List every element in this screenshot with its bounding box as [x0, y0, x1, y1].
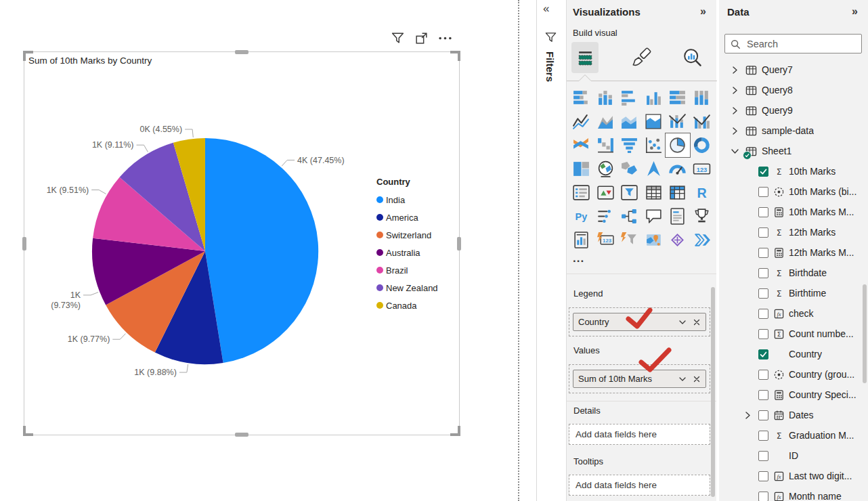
resize-handle-bottom-right[interactable] — [450, 426, 460, 436]
visual-type-stacked-bar-chart[interactable] — [569, 86, 594, 110]
visual-type-slicer[interactable] — [617, 181, 642, 204]
visual-type-metrics[interactable] — [690, 204, 714, 228]
field-row-birthtime[interactable]: ΣBirthtime — [719, 283, 868, 303]
field-checkbox[interactable] — [758, 248, 768, 258]
field-row-dates[interactable]: Dates — [719, 405, 868, 425]
field-row-10th-marks-bi-[interactable]: 10th Marks (bi... — [719, 181, 868, 202]
visual-type-funnel-chart[interactable] — [617, 133, 642, 157]
chevron-right-icon[interactable] — [743, 410, 753, 420]
field-checkbox[interactable] — [758, 390, 768, 400]
resize-handle-bottom-left[interactable] — [23, 426, 33, 436]
visual-type-smart-narrative[interactable] — [666, 204, 690, 228]
legend-item-Switzerland[interactable]: Switzerland — [376, 226, 459, 244]
field-row-10th-marks[interactable]: Σ10th Marks — [719, 161, 868, 181]
table-row-sheet1[interactable]: Sheet1 — [719, 141, 868, 161]
chevron-down-icon[interactable] — [678, 318, 687, 326]
field-checkbox[interactable] — [758, 268, 768, 278]
pie-slice-India[interactable] — [205, 138, 318, 363]
table-row-query7[interactable]: Query7 — [719, 60, 868, 80]
field-checkbox[interactable] — [758, 187, 768, 197]
values-well[interactable]: Sum of 10th Marks — [569, 364, 710, 393]
get-more-visuals-button[interactable]: ... — [573, 252, 584, 265]
visual-type-key-influencers[interactable] — [594, 204, 618, 228]
field-checkbox[interactable] — [758, 207, 768, 217]
field-checkbox[interactable] — [758, 471, 768, 481]
visual-type-custom-visual-diamond[interactable] — [666, 228, 690, 252]
field-row-country-speci-[interactable]: Country Speci... — [719, 385, 868, 405]
field-checkbox[interactable] — [758, 309, 768, 319]
visual-type-card[interactable]: 123 — [690, 157, 714, 181]
chevron-down-icon[interactable] — [730, 146, 740, 156]
field-row-10th-marks-m-[interactable]: 10th Marks M... — [719, 202, 868, 222]
visual-type-line-chart[interactable] — [569, 110, 594, 133]
more-options-icon[interactable] — [438, 31, 452, 45]
report-canvas[interactable]: Sum of 10th Marks by Country 4K (47.45%)… — [0, 0, 518, 501]
visual-type-clustered-bar-chart[interactable] — [617, 86, 642, 110]
visual-type-power-apps[interactable]: 123 — [594, 228, 618, 252]
field-row-12th-marks[interactable]: Σ12th Marks — [719, 222, 868, 242]
resize-handle-top-left[interactable] — [23, 51, 33, 61]
filters-pane-collapsed[interactable]: « Filters — [536, 0, 567, 501]
data-scrollbar[interactable] — [863, 284, 867, 383]
field-checkbox[interactable] — [758, 227, 768, 238]
visual-type-100-stacked-column-chart[interactable] — [690, 86, 714, 110]
visual-type-area-chart[interactable] — [594, 110, 618, 133]
visual-type-pie-chart[interactable] — [666, 133, 690, 157]
resize-handle-right[interactable] — [457, 237, 461, 250]
legend-item-Australia[interactable]: Australia — [376, 244, 459, 261]
chevron-down-icon[interactable] — [678, 375, 687, 383]
visual-type-arcgis-map[interactable] — [642, 228, 666, 252]
collapse-data-icon[interactable]: » — [852, 5, 858, 18]
table-row-sample-data[interactable]: sample-data — [719, 121, 868, 141]
field-checkbox[interactable] — [758, 431, 768, 441]
visual-type-power-automate[interactable] — [617, 228, 642, 252]
visual-type-stacked-area-chart[interactable] — [617, 110, 642, 133]
field-row-check[interactable]: fxcheck — [719, 303, 868, 324]
visual-type-ribbon-chart[interactable] — [569, 133, 594, 157]
visual-type-100-stacked-area-chart[interactable] — [642, 110, 666, 133]
values-field-pill[interactable]: Sum of 10th Marks — [573, 370, 706, 388]
visual-type-multi-row-card[interactable] — [569, 181, 594, 204]
field-checkbox[interactable] — [758, 410, 768, 420]
visual-type-scatter-chart[interactable] — [642, 133, 666, 157]
field-checkbox[interactable] — [758, 370, 768, 380]
tab-analytics[interactable] — [682, 47, 703, 68]
chevron-right-icon[interactable] — [730, 85, 740, 95]
remove-field-icon[interactable] — [693, 375, 701, 383]
search-box[interactable] — [724, 34, 862, 53]
resize-handle-top[interactable] — [235, 50, 248, 54]
visual-type-decomposition-tree[interactable] — [617, 204, 642, 228]
visual-type-matrix[interactable] — [666, 181, 690, 204]
visual-type-stacked-column-chart[interactable] — [594, 86, 618, 110]
field-checkbox[interactable] — [758, 329, 768, 339]
visual-type-clustered-column-chart[interactable] — [642, 86, 666, 110]
visual-type-waterfall-chart[interactable] — [594, 133, 618, 157]
table-row-query8[interactable]: Query8 — [719, 80, 868, 100]
visual-type-filled-map[interactable] — [617, 157, 642, 181]
legend-item-New Zealand[interactable]: New Zealand — [376, 279, 459, 297]
chevron-right-icon[interactable] — [730, 106, 740, 116]
visual-type-treemap[interactable] — [569, 157, 594, 181]
pie-chart-visual[interactable]: Sum of 10th Marks by Country 4K (47.45%)… — [24, 51, 460, 435]
visual-filters-icon[interactable] — [391, 31, 405, 45]
focus-mode-icon[interactable] — [414, 31, 429, 45]
visual-type-map[interactable] — [594, 157, 618, 181]
details-well[interactable]: Add data fields here — [569, 424, 710, 445]
visual-type-r-script-visual[interactable]: R — [690, 181, 714, 204]
legend-item-America[interactable]: America — [376, 209, 459, 226]
visual-type-line-and-clustered-column-chart[interactable] — [690, 110, 714, 133]
field-row-count-numbe-[interactable]: ΣCount numbe... — [719, 324, 868, 344]
visual-type-kpi[interactable] — [594, 181, 618, 204]
tooltips-well[interactable]: Add data fields here — [569, 475, 710, 496]
table-row-query9[interactable]: Query9 — [719, 100, 868, 121]
field-row-month-name[interactable]: fxMonth name — [719, 486, 868, 501]
tab-format-visual[interactable] — [632, 47, 652, 68]
legend-item-Brazil[interactable]: Brazil — [376, 261, 459, 279]
field-checkbox[interactable] — [758, 167, 768, 177]
visual-type-gauge[interactable] — [666, 157, 690, 181]
field-row-country[interactable]: Country — [719, 344, 868, 364]
resize-handle-top-right[interactable] — [450, 51, 460, 61]
field-row-last-two-digit-[interactable]: fxLast two digit... — [719, 466, 868, 486]
visual-type-table[interactable] — [642, 181, 666, 204]
field-row-id[interactable]: ID — [719, 445, 868, 466]
